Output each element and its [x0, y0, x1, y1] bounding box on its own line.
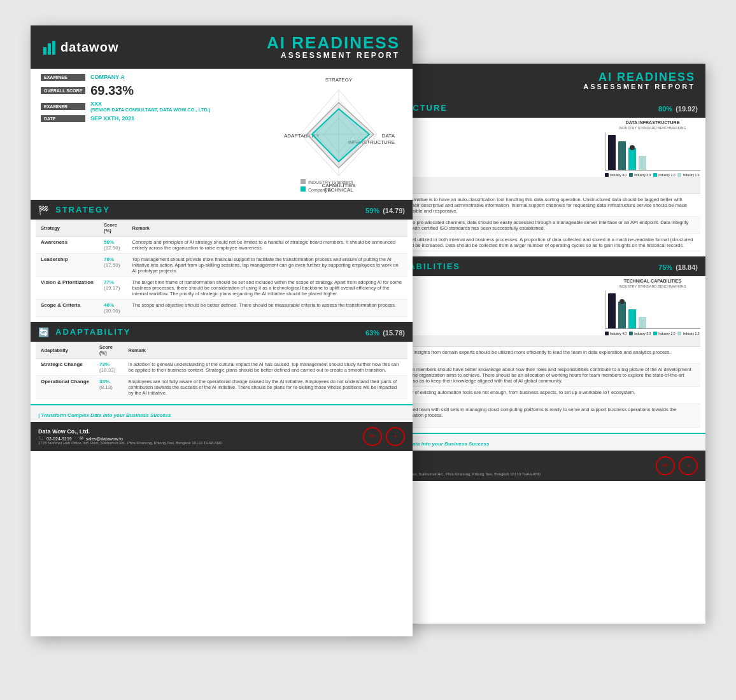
strategy-icon: 🏁 [38, 205, 49, 215]
radar-chart: STRATEGY DATA INFRASTRUCTURE TECHNICAL C… [275, 74, 402, 195]
adaptability-table-wrapper: Adaptability Score (%) Remark Strategic … [31, 342, 413, 404]
tech-legend-i30: Industry 3.0 [629, 332, 651, 335]
infra-chart-bars [605, 132, 700, 171]
industry-legend-text: INDUSTRY (Standard) [308, 180, 353, 185]
strategy-row2-score: 70%(17.50) [99, 254, 127, 277]
legend-dot-i10 [677, 173, 681, 177]
tech-legend: Industry 4.0 Industry 3.0 Industry 2.0 [605, 332, 700, 335]
front-report-title: AI READINESS [267, 34, 400, 51]
examiner-title: (SENIOR DATA CONSULTANT, DATA WOW CO., L… [90, 107, 210, 113]
infra-benchmark-chart: DATA INFRASTRUCTURE INDUSTRY STANDARD BE… [605, 120, 700, 177]
table-row: Leadership 70%(17.50) Top management sho… [36, 254, 407, 277]
company-legend-text: Company A [308, 188, 332, 193]
score-value: 69.33% [90, 83, 134, 98]
tech-chart-subtitle: INDUSTRY STANDARD BENCHMARKING [605, 284, 700, 288]
fbar1 [43, 47, 46, 55]
radar-label-data: DATA [382, 133, 395, 139]
company-polygon [312, 109, 369, 162]
strategy-row3-score: 77%(19.17) [99, 277, 127, 300]
table-row: Awareness 50%(12.50) Concepts and princi… [36, 237, 407, 254]
adapt-col-score: Score (%) [94, 342, 123, 359]
tech-legend-i10: Industry 1.0 [677, 332, 699, 335]
company-legend-box [301, 186, 306, 192]
adapt-col-remark: Remark [123, 342, 407, 359]
badge1: ISO [656, 456, 675, 475]
fbar2 [48, 43, 51, 55]
tech-legend-dot-i20 [653, 332, 657, 335]
table-row: Vision & Prioritization 77%(19.17) The t… [36, 277, 407, 300]
legend-dot-i30 [629, 173, 633, 177]
date-label: DATE [41, 115, 85, 122]
front-footer-company: Data Wow Co., Ltd. [38, 428, 222, 435]
badge2: ★ [679, 456, 698, 475]
date-row: DATE SEP XXTH, 2021 [41, 115, 262, 122]
front-email-icon: ✉ [80, 436, 83, 441]
adaptability-title: ADAPTABILITY [55, 327, 131, 337]
strategy-row4-remark: The scope and objective should be better… [127, 300, 407, 317]
front-footer-bar: | Transform Complex Data into your Busin… [31, 404, 413, 422]
infra-legend: Industry 4.0 Industry 3.0 Industry 2.0 [605, 173, 700, 177]
infra-row2-remark: In addition to pre-allocated channels, d… [383, 217, 700, 234]
tech-chart-bars [605, 291, 700, 329]
tech-marker [619, 299, 625, 304]
tech-legend-label-i20: Industry 2.0 [658, 332, 675, 335]
examinee-value: COMPANY A [90, 74, 125, 80]
front-footer-contacts: 📞 02-024-9119 ✉ sales@datawow.io [38, 436, 222, 441]
tech-legend-label-i40: Industry 4.0 [610, 332, 626, 335]
infrastructure-score: 80% (19.92) [658, 101, 698, 115]
infra-marker [630, 145, 635, 150]
infra-chart-subtitle: INDUSTRY STANDARD BENCHMARKING [605, 126, 700, 130]
front-info-section: EXAMINEE COMPANY A OVERALL SCORE 69.33% … [31, 69, 413, 200]
industry-legend-box [301, 179, 306, 184]
examiner-row: EXAMINER XXX (SENIOR DATA CONSULTANT, DA… [41, 101, 262, 113]
infra-bar1 [608, 135, 616, 170]
scene: wow AI READINESS ASSESSMENT REPORT ⬡ RAS… [31, 25, 705, 675]
adaptability-section: 🔄 ADAPTABILITY 63% (15.78) Adaptability … [31, 322, 413, 404]
examiner-value: XXX [90, 101, 210, 107]
tech-legend-dot-i30 [629, 332, 633, 335]
legend-dot-i40 [605, 173, 609, 177]
adapt-row2-name: Operational Change [36, 376, 94, 399]
adapt-row1-name: Strategic Change [36, 359, 94, 376]
adaptability-score: 63% (15.78) [365, 325, 405, 339]
tech-legend-label-i30: Industry 3.0 [634, 332, 651, 335]
table-row: Scope & Criteria 40%(10.00) The scope an… [36, 300, 407, 317]
strategy-score: 59% (14.79) [365, 203, 405, 216]
tech-bar4 [639, 317, 646, 328]
back-report-subtitle: ASSESSMENT REPORT [583, 83, 695, 90]
front-header: datawow AI READINESS ASSESSMENT REPORT [31, 25, 413, 69]
front-tagline: | Transform Complex Data into your Busin… [38, 412, 171, 418]
front-badge2: ★ [386, 427, 405, 446]
strategy-row1-remark: Concepts and principles of AI strategy s… [127, 237, 407, 254]
tech-col-remark: Remark [388, 335, 700, 347]
legend-dot-i20 [653, 173, 657, 177]
tech-legend-label-i10: Industry 1.0 [683, 332, 699, 335]
infra-bar2 [618, 141, 626, 170]
radar-label-strategy: STRATEGY [325, 77, 353, 83]
back-footer-badges: ISO ★ [656, 456, 698, 475]
examiner-label: EXAMINER [41, 103, 85, 110]
front-title-area: AI READINESS ASSESSMENT REPORT [267, 34, 400, 60]
tech-row4-remark: A dedicated team with skill sets in mana… [388, 404, 700, 428]
tech-bar1 [608, 293, 616, 328]
infra-row1-remark: A better alternative is to have an auto-… [383, 194, 700, 217]
front-logo-bars [43, 39, 55, 55]
front-logo-text: datawow [60, 40, 118, 55]
adaptability-table: Adaptability Score (%) Remark Strategic … [36, 342, 407, 399]
strategy-row1-score: 50%(12.50) [99, 237, 127, 254]
strategy-section: 🏁 STRATEGY 59% (14.79) Strategy Score (%… [31, 200, 413, 322]
table-row: Operational Change 33%(8.13) Employees a… [36, 376, 407, 399]
front-report: datawow AI READINESS ASSESSMENT REPORT E… [31, 25, 413, 636]
front-report-subtitle: ASSESSMENT REPORT [267, 51, 400, 60]
date-value: SEP XXTH, 2021 [90, 115, 134, 122]
adapt-col-name: Adaptability [36, 342, 94, 359]
tech-row3-remark: A number of existing automation tools ar… [388, 387, 700, 404]
back-report-title: AI READINESS [583, 71, 695, 83]
front-footer-email: ✉ sales@datawow.io [80, 436, 123, 441]
legend-label-i10: Industry 1.0 [683, 173, 699, 177]
strategy-col-name: Strategy [36, 220, 99, 237]
strategy-title: STRATEGY [55, 205, 110, 214]
infra-bar4 [639, 156, 646, 170]
examinee-label: EXAMINEE [41, 74, 85, 81]
strategy-col-score: Score (%) [99, 220, 127, 237]
